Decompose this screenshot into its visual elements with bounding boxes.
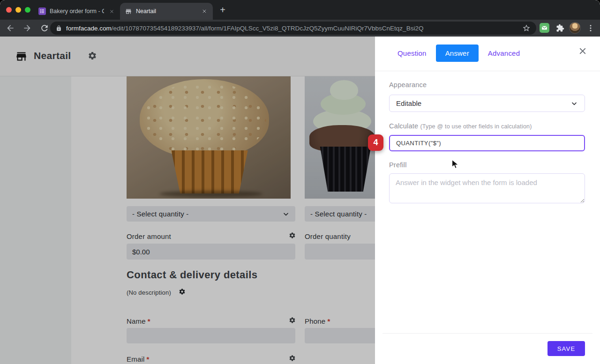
reload-button[interactable] (40, 23, 49, 33)
forward-button[interactable] (22, 23, 32, 33)
answer-settings-panel: Question Answer Advanced Appearance Edit… (375, 37, 600, 364)
profile-avatar[interactable] (569, 22, 581, 34)
tab-question[interactable]: Question (398, 49, 427, 57)
mail-extension-badge (540, 23, 549, 33)
browser-tab-strip: Bakery order form - Google For Neartail … (0, 0, 600, 20)
save-button[interactable]: SAVE (548, 341, 585, 356)
google-forms-icon (38, 7, 46, 15)
browser-menu-icon[interactable] (586, 24, 595, 32)
prefill-textarea[interactable] (389, 173, 585, 203)
url-text: formfacade.com/edit/10787073545418923393… (66, 25, 423, 32)
panel-divider (375, 71, 600, 71)
lock-icon (56, 25, 62, 31)
calculate-input[interactable] (389, 135, 585, 151)
tab-title: Bakery order form - Google For (50, 8, 104, 15)
close-icon[interactable] (578, 47, 587, 55)
window-close-button[interactable] (6, 7, 12, 13)
chevron-down-icon (570, 100, 578, 107)
form-editor-page: Neartail - Select quantity - - Select qu… (0, 37, 375, 364)
window-minimize-button[interactable] (15, 7, 21, 13)
modal-dim-overlay (0, 37, 375, 364)
address-bar[interactable]: formfacade.com/edit/10787073545418923393… (50, 22, 536, 35)
storefront-icon (125, 8, 132, 15)
url-path: /edit/107870735454189233937/all/form/1FA… (112, 25, 424, 32)
panel-footer-divider (382, 333, 592, 334)
extensions-puzzle-icon[interactable] (556, 24, 564, 32)
browser-toolbar: formfacade.com/edit/10787073545418923393… (0, 20, 600, 37)
tab-title: Neartail (136, 8, 197, 15)
appearance-value: Editable (396, 99, 421, 107)
appearance-label: Appearance (389, 81, 427, 89)
tab-answer[interactable]: Answer (436, 45, 479, 62)
tab-advanced[interactable]: Advanced (488, 49, 520, 57)
new-tab-button[interactable]: + (217, 4, 229, 16)
browser-window: Bakery order form - Google For Neartail … (0, 0, 600, 364)
calculate-hint: (Type @ to use other fields in calculati… (420, 123, 532, 130)
tab-close-icon[interactable] (201, 9, 208, 14)
step-badge: 4 (368, 134, 383, 151)
calculate-label-row: Calculate (Type @ to use other fields in… (389, 122, 532, 130)
window-zoom-button[interactable] (25, 7, 30, 13)
bookmark-star-icon[interactable] (522, 24, 531, 32)
tab-bakery-order-form[interactable]: Bakery order form - Google For (34, 3, 120, 20)
url-domain: formfacade.com (66, 25, 112, 32)
tab-close-icon[interactable] (108, 9, 115, 14)
appearance-select[interactable]: Editable (389, 95, 585, 112)
panel-tabs: Question Answer Advanced (398, 45, 520, 62)
mail-extension-icon[interactable] (540, 23, 549, 33)
window-controls (6, 7, 30, 13)
prefill-label: Prefill (389, 161, 407, 169)
tab-neartail[interactable]: Neartail (120, 3, 213, 20)
back-button[interactable] (6, 23, 15, 33)
